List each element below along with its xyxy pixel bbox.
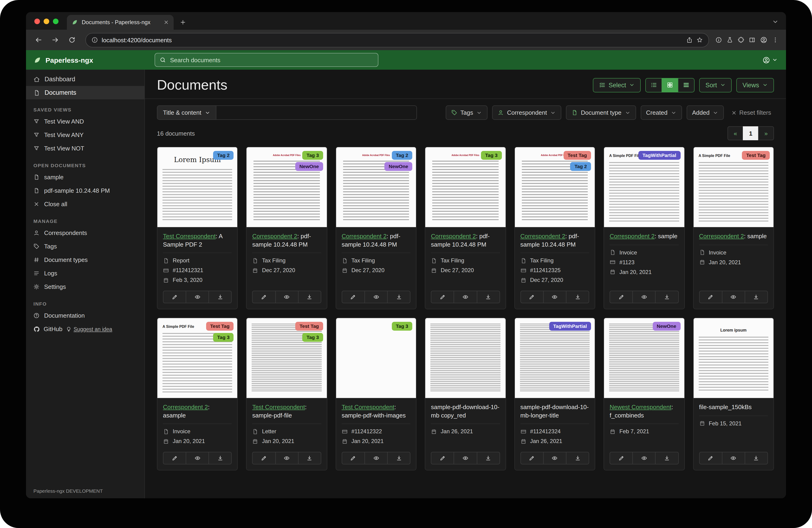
sidebar-saved-view-test-not[interactable]: Test View NOT — [26, 142, 144, 155]
preview-button[interactable] — [454, 291, 477, 303]
zoom-window-button[interactable] — [53, 18, 58, 24]
document-link[interactable]: Correspondent 2: sample — [699, 232, 768, 240]
edit-button[interactable] — [610, 452, 633, 465]
reset-filters-button[interactable]: Reset filters — [729, 109, 774, 117]
detail-view-button[interactable] — [678, 78, 695, 92]
reload-button[interactable] — [65, 33, 79, 47]
preview-button[interactable] — [364, 291, 388, 303]
preview-button[interactable] — [364, 452, 388, 465]
tag-badge[interactable]: Test Tag — [295, 322, 323, 331]
document-link[interactable]: Test Correspondent: sample-pdf-file — [252, 403, 321, 419]
new-tab-button[interactable] — [176, 16, 189, 29]
edit-button[interactable] — [163, 452, 186, 465]
back-button[interactable] — [32, 33, 45, 47]
tab-overview-chevron-icon[interactable] — [772, 18, 779, 25]
minimize-window-button[interactable] — [44, 18, 49, 24]
document-thumbnail[interactable]: A Simple PDF File Test Tag — [693, 147, 773, 228]
correspondent-link[interactable]: Correspondent 2 — [163, 403, 208, 411]
download-button[interactable] — [477, 291, 500, 303]
created-date-row[interactable]: Jan 20, 2021 — [163, 438, 232, 444]
download-button[interactable] — [566, 291, 589, 303]
sidebar-item-documentation[interactable]: Documentation — [26, 309, 144, 322]
title-filter-input[interactable] — [216, 105, 417, 120]
correspondent-link[interactable]: Correspondent 2 — [610, 233, 655, 240]
created-date-row[interactable]: Jan 26, 2021 — [431, 428, 500, 435]
edit-button[interactable] — [699, 291, 722, 303]
download-button[interactable] — [655, 291, 679, 303]
tag-badge[interactable]: Tag 3 — [302, 151, 323, 160]
preview-button[interactable] — [722, 452, 745, 465]
edit-button[interactable] — [699, 452, 722, 465]
tag-badge[interactable]: Tag 3 — [302, 333, 323, 342]
preview-button[interactable] — [186, 452, 209, 465]
document-type-filter-button[interactable]: Document type — [566, 105, 636, 120]
document-type-row[interactable]: Invoice — [163, 428, 232, 435]
document-type-row[interactable]: Report — [163, 257, 232, 264]
correspondent-link[interactable]: Test Correspondent — [252, 403, 305, 411]
flask-icon[interactable] — [727, 37, 733, 43]
download-button[interactable] — [655, 452, 679, 465]
tag-badge[interactable]: Tag 2 — [213, 151, 234, 160]
list-view-button[interactable] — [646, 78, 662, 92]
download-button[interactable] — [566, 452, 589, 465]
tab-close-icon[interactable] — [163, 19, 169, 25]
download-button[interactable] — [745, 291, 768, 303]
tag-badge[interactable]: Tag 3 — [481, 151, 502, 160]
document-thumbnail[interactable] — [425, 318, 506, 398]
github-label[interactable]: GitHub — [44, 326, 62, 332]
sidebar-item-documents[interactable]: Documents — [26, 86, 144, 99]
created-date-row[interactable]: Feb 3, 2020 — [163, 277, 232, 283]
document-link[interactable]: Correspondent 2: pdf-sample 10.24.48 PM — [342, 232, 411, 248]
tag-badge[interactable]: Tag 3 — [392, 322, 412, 331]
correspondent-filter-button[interactable]: Correspondent — [492, 105, 561, 120]
document-type-row[interactable]: Tax Filing — [342, 257, 411, 264]
document-type-row[interactable]: Tax Filing — [431, 257, 500, 264]
created-date-row[interactable]: Jan 20, 2021 — [252, 438, 321, 444]
document-thumbnail[interactable]: Adobe Acrobat PDF Files Tag 2NewOne — [336, 147, 416, 228]
sidebar-saved-view-test-and[interactable]: Test View AND — [26, 115, 144, 128]
download-button[interactable] — [298, 291, 321, 303]
archive-serial-number-row[interactable]: #112412321 — [163, 267, 232, 273]
tag-badge[interactable]: TagWithPartial — [638, 151, 680, 160]
tag-badge[interactable]: TagWithPartial — [549, 322, 591, 331]
created-date-row[interactable]: Dec 27, 2020 — [431, 267, 500, 273]
edit-button[interactable] — [342, 291, 365, 303]
bookmark-star-icon[interactable] — [696, 37, 703, 43]
edit-button[interactable] — [163, 291, 186, 303]
download-button[interactable] — [477, 452, 500, 465]
sidebar-open-document-sample[interactable]: sample — [26, 170, 144, 184]
document-type-row[interactable]: Invoice — [699, 249, 768, 256]
tag-badge[interactable]: NewOne — [295, 162, 323, 171]
document-type-row[interactable]: Invoice — [610, 249, 679, 256]
tag-badge[interactable]: Tag 2 — [392, 151, 412, 160]
kebab-menu-icon[interactable] — [772, 37, 779, 43]
download-button[interactable] — [387, 452, 410, 465]
sidebar-item-document-types[interactable]: Document types — [26, 253, 144, 267]
sidebar-item-settings[interactable]: Settings — [26, 280, 144, 294]
sort-button[interactable]: Sort — [699, 78, 732, 92]
side-panel-icon[interactable] — [749, 37, 755, 43]
correspondent-link[interactable]: Test Correspondent — [342, 403, 394, 411]
document-link[interactable]: file-sample_150kBs — [699, 403, 768, 411]
edit-button[interactable] — [252, 291, 276, 303]
document-thumbnail[interactable]: TagWithPartial — [514, 318, 595, 398]
document-thumbnail[interactable]: NewOne — [604, 318, 684, 398]
tag-badge[interactable]: Test Tag — [742, 151, 770, 160]
document-link[interactable]: Test Correspondent: sample-pdf-with-imag… — [342, 403, 411, 419]
archive-serial-number-row[interactable]: #112412325 — [520, 267, 589, 273]
created-date-row[interactable]: Dec 27, 2020 — [520, 277, 589, 283]
correspondent-link[interactable]: Test Correspondent — [163, 233, 216, 240]
tag-badge[interactable]: Tag 2 — [570, 162, 591, 171]
document-link[interactable]: Correspondent 2: asample — [163, 403, 232, 419]
tag-badge[interactable]: Tag 3 — [213, 333, 234, 342]
close-window-button[interactable] — [34, 18, 40, 24]
preview-button[interactable] — [543, 291, 566, 303]
browser-tab[interactable]: Documents - Paperless-ngx — [67, 15, 174, 30]
created-date-row[interactable]: Jan 26, 2021 — [520, 438, 589, 444]
sidebar-item-dashboard[interactable]: Dashboard — [26, 72, 144, 86]
sidebar-item-logs[interactable]: Logs — [26, 267, 144, 280]
current-page-button[interactable]: 1 — [743, 126, 759, 140]
download-button[interactable] — [209, 291, 232, 303]
preview-button[interactable] — [633, 452, 656, 465]
created-date-row[interactable]: Feb 15, 2021 — [699, 420, 768, 427]
